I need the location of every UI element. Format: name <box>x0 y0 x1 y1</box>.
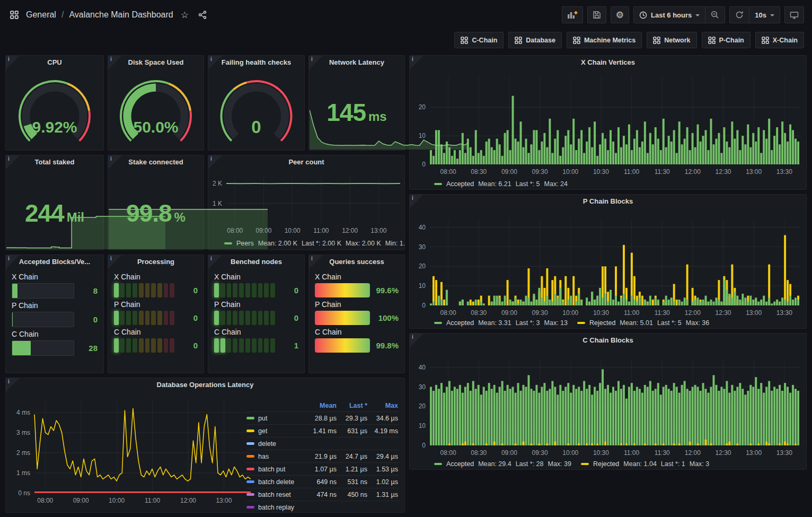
panel-info-icon[interactable]: i <box>410 334 423 347</box>
legend-table-row-batch-replay[interactable]: batch replay <box>246 501 399 513</box>
panel-title[interactable]: Queries success <box>309 255 404 269</box>
panel-info-icon[interactable]: i <box>208 56 222 69</box>
legend-stat: Last *: 1 <box>661 460 685 468</box>
panel-info-icon[interactable]: i <box>410 56 423 69</box>
x-chain-vertices-chart: 08:0008:3009:0009:3010:0010:3011:0011:30… <box>410 69 807 178</box>
legend-table-row-batch-put[interactable]: batch put1.07 µs1.21 µs1.53 µs <box>246 462 399 475</box>
panel-title[interactable]: P Chain Blocks <box>410 195 806 208</box>
panel-info-icon[interactable]: i <box>108 56 122 69</box>
legend-table-column[interactable]: Mean <box>306 402 337 409</box>
zoom-out-icon <box>711 11 719 19</box>
panel-title[interactable]: CPU <box>6 56 103 69</box>
panel-title[interactable]: Benched nodes <box>208 255 304 269</box>
legend-table-row-delete[interactable]: delete <box>246 437 399 450</box>
panel-title[interactable]: Failing health checks <box>208 56 304 69</box>
gradient-gauge <box>315 338 370 353</box>
panel-info-icon[interactable]: i <box>6 155 20 169</box>
legend-item-accepted[interactable]: AcceptedMean: 6.21Last *: 5Max: 24 <box>434 180 568 188</box>
panel-title[interactable]: Network Latency <box>309 56 404 69</box>
legend-stat: Mean: 1.04 <box>623 460 657 468</box>
chevron-down-icon <box>770 14 774 16</box>
chain-label: P Chain <box>114 300 198 309</box>
panel-info-icon[interactable]: i <box>410 195 423 208</box>
share-icon[interactable] <box>196 8 209 21</box>
save-dashboard-button[interactable] <box>587 6 606 23</box>
legend-table-row-has[interactable]: has21.9 µs24.7 µs29.4 µs <box>246 450 399 462</box>
panel-info-icon[interactable]: i <box>6 378 20 392</box>
time-picker-group: Last 6 hours <box>633 6 725 23</box>
legend-table-column[interactable]: Last * <box>337 402 367 409</box>
panel-x-chain-vertices: i X Chain Vertices 08:0008:3009:0009:301… <box>409 55 807 190</box>
zoom-out-button[interactable] <box>705 7 725 23</box>
legend-swatch <box>246 506 254 509</box>
legend-item-rejected[interactable]: RejectedMean: 5.01Last *: 5Max: 36 <box>577 319 709 327</box>
legend-table-row-batch-delete[interactable]: batch delete649 ns531 ns1.02 µs <box>246 475 399 488</box>
panel-title[interactable]: X Chain Vertices <box>410 56 806 69</box>
lcd-cell <box>114 338 119 353</box>
health-value: 0 <box>208 117 304 137</box>
chain-value: 99.6% <box>375 286 399 295</box>
legend-table-row-get[interactable]: get1.41 ms631 µs4.19 ms <box>246 424 399 437</box>
axis-tick-label: 08:00 <box>440 168 456 176</box>
panel-info-icon[interactable]: i <box>208 155 222 169</box>
panel-info-icon[interactable]: i <box>108 255 122 269</box>
lcd-cell <box>145 311 150 325</box>
legend-item-accepted[interactable]: AcceptedMean: 3.31Last *: 3Max: 13 <box>434 319 568 327</box>
chain-value: 0 <box>80 315 98 324</box>
breadcrumb-section[interactable]: General <box>26 10 56 20</box>
panel-info-icon[interactable]: i <box>108 155 122 169</box>
dashboards-grid-icon[interactable] <box>8 8 21 21</box>
star-icon[interactable]: ☆ <box>179 8 191 22</box>
axis-tick-label: 11:00 <box>624 449 639 457</box>
panel-info-icon[interactable]: i <box>6 56 20 69</box>
breadcrumb-title[interactable]: Avalanche Main Dashboard <box>69 10 173 20</box>
time-range-picker[interactable]: Last 6 hours <box>634 7 705 23</box>
chain-label: X Chain <box>114 273 198 281</box>
panel-title[interactable]: Processing <box>108 255 204 269</box>
axis-tick-label: 08:30 <box>471 309 487 317</box>
lcd-cell <box>170 283 174 297</box>
legend-stat: Max: 2.00 K <box>346 240 381 247</box>
axis-tick-label: 09:00 <box>501 168 517 176</box>
refresh-interval-picker[interactable]: 10s <box>749 7 780 23</box>
add-panel-button[interactable] <box>562 6 583 23</box>
panel-info-icon[interactable]: i <box>309 56 323 69</box>
dashboard-link-machine-metrics[interactable]: Machine Metrics <box>567 32 642 48</box>
dashboard-link-network[interactable]: Network <box>647 32 696 48</box>
panel-cpu: i CPU 9.92% <box>5 55 104 151</box>
axis-tick-label: 11:30 <box>655 168 670 176</box>
dashboard-link-c-chain[interactable]: C-Chain <box>454 32 504 48</box>
dashboard-link-database[interactable]: Database <box>508 32 562 48</box>
legend-table-value: 631 µs <box>337 427 367 435</box>
legend-swatch <box>581 463 589 466</box>
legend-table-row-batch-reset[interactable]: batch reset474 ns450 ns1.31 µs <box>246 488 399 501</box>
legend-item-rejected[interactable]: RejectedMean: 1.04Last *: 1Max: 3 <box>581 460 709 468</box>
panel-title[interactable]: Database Operations Latency <box>6 378 404 392</box>
chain-label: P Chain <box>214 300 298 309</box>
chain-value: 0 <box>180 286 198 295</box>
lcd-cell <box>139 311 144 325</box>
legend-stat: Mean: 6.21 <box>478 180 511 188</box>
panel-title[interactable]: Stake connected <box>108 155 204 169</box>
panel-info-icon[interactable]: i <box>208 255 222 269</box>
panel-info-icon[interactable]: i <box>6 255 20 269</box>
dashboard-settings-button[interactable]: ⚙ <box>611 6 629 23</box>
legend-item-accepted[interactable]: AcceptedMean: 29.4Last *: 28Max: 39 <box>434 460 571 468</box>
legend-table-column[interactable]: Max <box>367 402 398 409</box>
lcd-cell <box>264 311 269 325</box>
axis-tick-label: 11:00 <box>145 497 160 504</box>
panel-title[interactable]: Accepted Blocks/Ve... <box>6 255 103 269</box>
panel-title[interactable]: Peer count <box>208 155 404 169</box>
axis-tick-label: 13:00 <box>370 227 386 234</box>
dashboard-link-p-chain[interactable]: P-Chain <box>702 32 751 48</box>
legend-table-row-put[interactable]: put28.8 µs29.3 µs34.6 µs <box>246 411 399 424</box>
panel-info-icon[interactable]: i <box>309 255 323 269</box>
refresh-button[interactable] <box>730 7 749 23</box>
panel-title[interactable]: Total staked <box>6 155 103 169</box>
panel-title[interactable]: C Chain Blocks <box>410 334 806 347</box>
kiosk-mode-button[interactable] <box>784 6 804 23</box>
dashboard-link-x-chain[interactable]: X-Chain <box>755 32 804 48</box>
chain-value: 100% <box>375 313 399 322</box>
panel-title[interactable]: Disk Space Used <box>108 56 204 69</box>
stake-connected-value: 99.8% <box>108 199 204 227</box>
